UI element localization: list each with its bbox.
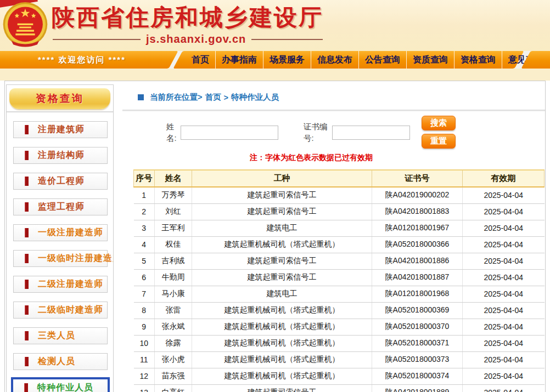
table-cell: 张雷 xyxy=(155,302,192,319)
sidebar-item[interactable]: 一级注册建造师 xyxy=(13,224,108,241)
table-row: 8张雷建筑起重机械司机（塔式起重机）陕A0520180003692025-04-… xyxy=(134,302,545,319)
sidebar-item-label: 特种作业人员 xyxy=(37,382,93,392)
sidebar-item[interactable]: 注册建筑师 xyxy=(13,121,108,138)
table-cell: 2025-04-04 xyxy=(463,236,545,253)
table-cell: 建筑起重机械司机（塔式起重机） xyxy=(192,319,372,335)
sidebar-item[interactable]: 二级注册建造师 xyxy=(13,276,108,293)
search-form: 姓名: 证书编号: 搜索 重置 xyxy=(122,113,545,153)
menu-bullet-icon xyxy=(25,254,29,263)
sidebar-item[interactable]: 特种作业人员 xyxy=(11,377,110,392)
sidebar-item[interactable]: 造价工程师 xyxy=(13,173,108,190)
menu-bullet-icon xyxy=(25,280,29,289)
table-row: 9张永斌建筑起重机械司机（塔式起重机）陕A0520180003702025-04… xyxy=(134,319,545,335)
expiry-note: 注：字体为红色表示数据已过有效期 xyxy=(250,153,545,163)
table-cell: 万秀琴 xyxy=(155,187,192,203)
menu-bullet-icon xyxy=(25,305,29,315)
table-cell: 5 xyxy=(134,253,155,269)
search-button[interactable]: 搜索 xyxy=(422,116,456,130)
sidebar-item-label: 二级注册建造师 xyxy=(38,279,103,290)
table-cell: 2025-04-04 xyxy=(463,384,545,392)
table-cell: 9 xyxy=(134,319,155,335)
column-header: 序号 xyxy=(134,170,155,187)
personnel-table: 序号姓名工种证书号有效期 1万秀琴建筑起重司索信号工陕A042019000202… xyxy=(133,169,545,392)
table-cell: 陕A052018000373 xyxy=(372,351,463,368)
table-cell: 建筑起重司索信号工 xyxy=(192,269,372,286)
sidebar-item[interactable]: 注册结构师 xyxy=(13,147,108,164)
breadcrumb: 当前所在位置> 首页 > 特种作业人员 xyxy=(138,92,545,103)
sidebar-item[interactable]: 检测人员 xyxy=(13,353,108,370)
table-cell: 陕A052018000374 xyxy=(372,368,463,384)
site-header: 陕西省住房和城乡建设厅 js.shaanxi.gov.cn xyxy=(0,0,550,51)
sidebar-item-label: 造价工程师 xyxy=(38,175,85,187)
table-cell: 张小虎 xyxy=(155,351,192,368)
table-cell: 2025-04-04 xyxy=(463,220,545,236)
table-row: 10徐露建筑起重机械司机（塔式起重机）陕A0520180003712025-04… xyxy=(134,335,545,351)
table-row: 12苗东强建筑起重机械司机（塔式起重机）陕A0520180003742025-0… xyxy=(134,368,545,384)
table-row: 6牛勤周建筑起重司索信号工陕A0420180018872025-04-04 xyxy=(134,269,545,286)
sidebar-divider xyxy=(7,111,113,112)
table-cell: 11 xyxy=(134,351,155,368)
table-cell: 8 xyxy=(134,302,155,319)
table-cell: 陕A012018001968 xyxy=(372,286,463,302)
site-url-row: js.shaanxi.gov.cn xyxy=(53,33,293,46)
table-cell: 马小康 xyxy=(155,286,192,302)
sidebar-item[interactable]: 三类人员 xyxy=(13,327,108,344)
column-header: 工种 xyxy=(192,170,372,187)
welcome-banner: **** 欢迎您访问 **** xyxy=(0,51,178,69)
table-cell: 1 xyxy=(134,187,155,203)
sidebar-item[interactable]: 监理工程师 xyxy=(13,198,108,215)
table-cell: 陕A042018001883 xyxy=(372,203,463,220)
table-cell: 2 xyxy=(134,203,155,220)
table-header-row: 序号姓名工种证书号有效期 xyxy=(134,170,545,187)
table-cell: 陕A042018001887 xyxy=(372,269,463,286)
sidebar-item[interactable]: 二级临时建造师 xyxy=(13,302,108,319)
table-cell: 2025-04-04 xyxy=(463,203,545,220)
table-cell: 6 xyxy=(134,269,155,286)
table-cell: 2025-04-04 xyxy=(463,286,545,302)
name-label: 姓名: xyxy=(166,121,181,144)
table-row: 3王军利建筑电工陕A0120180019672025-04-04 xyxy=(134,220,545,236)
table-cell: 建筑起重机械司机（塔式起重机） xyxy=(192,368,372,384)
table-cell: 陕A052018000371 xyxy=(372,335,463,351)
cert-number-input[interactable] xyxy=(332,126,410,140)
table-row: 11张小虎建筑起重机械司机（塔式起重机）陕A0520180003732025-0… xyxy=(134,351,545,368)
menu-bullet-icon xyxy=(25,331,29,340)
table-row: 4权佳建筑起重机械司机（塔式起重机）陕A0520180003662025-04-… xyxy=(134,236,545,253)
welcome-text: **** 欢迎您访问 **** xyxy=(0,51,173,69)
table-cell: 陕A052018000369 xyxy=(372,302,463,319)
column-header: 姓名 xyxy=(155,170,192,187)
sidebar-item-label: 三类人员 xyxy=(38,330,75,342)
breadcrumb-home-link[interactable]: 首页 xyxy=(205,92,221,103)
name-input[interactable] xyxy=(181,126,278,140)
main-panel: 当前所在位置> 首页 > 特种作业人员 姓名: 证书编号: 搜索 重置 xyxy=(122,81,545,392)
nav-item-0[interactable]: 首页 xyxy=(186,51,216,69)
table-cell: 2025-04-04 xyxy=(463,302,545,319)
table-cell: 刘红 xyxy=(155,203,192,220)
national-emblem-icon xyxy=(2,1,48,49)
nav-item-2[interactable]: 场景服务 xyxy=(263,51,311,69)
sidebar-title-ribbon: 资格查询 xyxy=(9,88,110,109)
table-cell: 徐露 xyxy=(155,335,192,351)
nav-item-6[interactable]: 资格查询 xyxy=(454,51,502,69)
nav-item-3[interactable]: 信息发布 xyxy=(311,51,359,69)
nav-items: 首页办事指南场景服务信息发布公告查询资质查询资格查询意见建议返回总首页 xyxy=(178,51,519,69)
table-cell: 陕A012018001967 xyxy=(372,220,463,236)
table-row: 1万秀琴建筑起重司索信号工陕A0420190002022025-04-04 xyxy=(134,187,545,203)
column-header: 证书号 xyxy=(372,170,463,187)
table-cell: 建筑起重机械司机（塔式起重机） xyxy=(192,351,372,368)
table-cell: 陕A042018001886 xyxy=(372,253,463,269)
menu-bullet-icon xyxy=(25,202,29,212)
sidebar-item-label: 注册建筑师 xyxy=(38,124,85,135)
sidebar-title: 资格查询 xyxy=(36,92,84,106)
reset-button[interactable]: 重置 xyxy=(422,134,456,149)
table-cell: 12 xyxy=(134,368,155,384)
table-cell: 4 xyxy=(134,236,155,253)
nav-item-5[interactable]: 资质查询 xyxy=(407,51,454,69)
table-cell: 陕A042018001889 xyxy=(372,384,463,392)
nav-item-4[interactable]: 公告查询 xyxy=(359,51,407,69)
table-cell: 白亮红 xyxy=(155,384,192,392)
site-title: 陕西省住房和城乡建设厅 xyxy=(52,2,323,33)
sidebar-item[interactable]: 一级临时注册建造师 xyxy=(13,250,108,267)
nav-item-1[interactable]: 办事指南 xyxy=(216,51,263,69)
column-header: 有效期 xyxy=(463,170,545,187)
